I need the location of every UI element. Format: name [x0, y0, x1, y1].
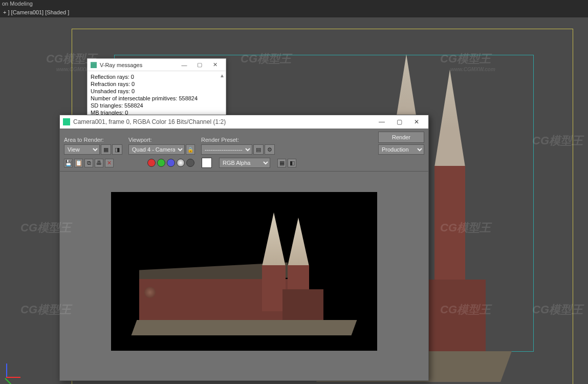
color-swatch[interactable] — [202, 158, 212, 168]
lock-viewport-button[interactable]: 🔒 — [186, 144, 195, 155]
vray-line: SD triangles: 558824 — [91, 102, 223, 109]
toggle-ui-overlay-button[interactable]: ▦ — [277, 159, 286, 167]
render-window-icon — [63, 118, 70, 125]
axis-gizmo[interactable] — [3, 360, 24, 381]
vray-title-text: V-Ray messages — [100, 62, 177, 68]
close-button[interactable]: ✕ — [408, 116, 425, 127]
axis-z — [6, 364, 7, 378]
render-setup-button[interactable]: ⚙ — [265, 144, 275, 155]
clear-button[interactable]: ✕ — [105, 159, 114, 167]
render-preset-label: Render Preset: — [201, 137, 275, 143]
vray-line: Refraction rays: 0 — [91, 80, 223, 88]
axis-y — [5, 378, 12, 384]
maximize-button[interactable]: ▢ — [390, 116, 408, 127]
maximize-button[interactable]: ▢ — [192, 60, 207, 70]
minimize-button[interactable]: — — [373, 116, 390, 127]
app-title: on Modeling — [2, 1, 33, 7]
viewport-select-label: Viewport: — [128, 137, 195, 143]
clone-button[interactable]: ⧉ — [84, 159, 93, 167]
close-button[interactable]: ✕ — [207, 60, 223, 70]
preset-load-button[interactable]: ▤ — [253, 144, 264, 155]
alpha-channel-toggle[interactable] — [177, 159, 185, 167]
green-channel-toggle[interactable] — [157, 159, 165, 167]
print-button[interactable]: 🖶 — [95, 159, 103, 167]
vray-line: Number of intersectable primitives: 5588… — [91, 95, 223, 102]
blue-channel-toggle[interactable] — [167, 159, 175, 167]
render-options-row: Area to Render: View ▦ ◨ Viewport: Quad … — [60, 129, 428, 157]
render-frame-window[interactable]: Camera001, frame 0, RGBA Color 16 Bits/C… — [59, 115, 429, 381]
axis-x — [6, 377, 20, 378]
render-toolbar: 💾 📋 ⧉ 🖶 ✕ RGB Alpha ▦ ◧ — [60, 157, 428, 172]
render-preset-select[interactable]: -------------------------- — [201, 144, 252, 155]
vray-titlebar[interactable]: V-Ray messages — ▢ ✕ — [88, 59, 226, 71]
render-button[interactable]: Render — [378, 132, 424, 143]
save-image-button[interactable]: 💾 — [64, 159, 73, 167]
area-to-render-label: Area to Render: — [64, 137, 122, 143]
channel-select[interactable]: RGB Alpha — [219, 158, 270, 168]
region-auto-button[interactable]: ◨ — [112, 144, 122, 155]
production-select[interactable]: Production — [378, 144, 424, 155]
region-edit-button[interactable]: ▦ — [101, 144, 111, 155]
render-output-image[interactable] — [111, 192, 377, 351]
area-to-render-select[interactable]: View — [64, 144, 100, 155]
vray-icon — [91, 62, 97, 68]
minimize-button[interactable]: — — [177, 60, 192, 70]
mono-channel-toggle[interactable] — [186, 159, 194, 167]
copy-image-button[interactable]: 📋 — [74, 159, 83, 167]
scroll-up-icon[interactable]: ▲ — [220, 72, 225, 79]
toggle-ui-split-button[interactable]: ◧ — [288, 159, 296, 167]
render-title-text: Camera001, frame 0, RGBA Color 16 Bits/C… — [73, 118, 373, 125]
viewport-label[interactable]: + ] [Camera001] [Shaded ] — [0, 7, 588, 17]
vray-line: Reflection rays: 0 — [91, 73, 223, 80]
render-titlebar[interactable]: Camera001, frame 0, RGBA Color 16 Bits/C… — [60, 115, 428, 129]
vray-line: Unshaded rays: 0 — [91, 88, 223, 95]
rendered-model — [139, 212, 359, 335]
viewport-select[interactable]: Quad 4 - Camera0 — [128, 144, 185, 155]
app-title-bar: on Modeling — [0, 0, 588, 7]
red-channel-toggle[interactable] — [147, 159, 156, 167]
